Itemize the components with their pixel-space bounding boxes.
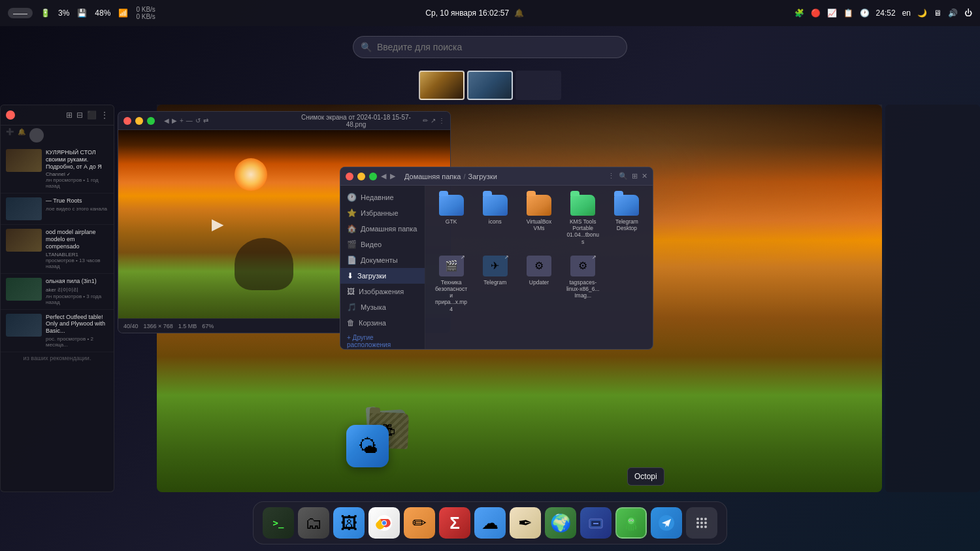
breadcrumb-folder[interactable]: Загрузки bbox=[468, 173, 497, 180]
folder-icon-kms bbox=[570, 195, 595, 216]
dock-item-apps[interactable] bbox=[686, 507, 717, 539]
list-item[interactable]: ood model airplane modelo em compensado … bbox=[1, 225, 114, 273]
status-zoom: 40/40 bbox=[123, 323, 139, 329]
fm-sidebar-docs[interactable]: 📄 Документы bbox=[340, 252, 425, 268]
sidebar-label-trash: Корзина bbox=[359, 319, 386, 327]
dock-item-virtualbox[interactable] bbox=[580, 507, 612, 539]
svg-point-17 bbox=[696, 518, 699, 520]
dock-item-softmaker[interactable]: ☁ bbox=[474, 507, 506, 539]
thumbnail-1[interactable] bbox=[419, 71, 465, 100]
dock-item-math[interactable]: Σ bbox=[439, 507, 470, 539]
fm-close-button[interactable] bbox=[346, 173, 353, 180]
dock-item-files[interactable]: 🗂 bbox=[298, 507, 329, 539]
list-item[interactable]: КУЛЯРНЫЙ СТОЛ своими руками. Подробно, о… bbox=[1, 145, 114, 193]
panel-icon-2[interactable]: ⊟ bbox=[76, 110, 83, 120]
marker-icon[interactable]: 🔴 bbox=[811, 8, 821, 18]
tool-more[interactable]: ⋮ bbox=[438, 117, 445, 124]
yt-thumbnail bbox=[6, 197, 42, 220]
panel-add-icon[interactable]: ➕ bbox=[6, 128, 14, 142]
lang-label[interactable]: en bbox=[902, 8, 911, 18]
breadcrumb-home[interactable]: Домашняя папка bbox=[404, 173, 461, 180]
fm-view-icon[interactable]: ⊞ bbox=[632, 172, 638, 180]
panel-bell-icon[interactable]: 🔔 bbox=[18, 128, 25, 142]
monitor-icon[interactable]: 🖥 bbox=[934, 8, 941, 18]
svg-point-14 bbox=[629, 520, 630, 521]
fm-menu-icon[interactable]: ⋮ bbox=[608, 172, 615, 180]
list-item[interactable]: ольная пила (3in1) aker 리이이리 лн просмотр… bbox=[1, 274, 114, 310]
dock-item-studio[interactable]: ✏ bbox=[404, 507, 435, 539]
fm-label-tagspaces: tagspaces-linux-x86_6... Imag... bbox=[566, 279, 600, 299]
window-minimize-button[interactable] bbox=[135, 117, 143, 125]
fm-item-kms[interactable]: KMS Tools Portable 01.04...tbonus bbox=[564, 192, 602, 248]
fm-sidebar-images[interactable]: 🖼 Изображения bbox=[340, 284, 425, 299]
dock-item-terminal[interactable]: >_ bbox=[263, 507, 294, 539]
panel-icon-1[interactable]: ⊞ bbox=[66, 110, 73, 120]
tool-zoom-in[interactable]: + bbox=[180, 117, 184, 124]
thumbnail-2[interactable] bbox=[467, 71, 513, 100]
fm-close-x[interactable]: ✕ bbox=[642, 172, 647, 180]
fm-add-location[interactable]: + Другие расположения bbox=[340, 331, 425, 349]
puzzle-icon[interactable]: 🧩 bbox=[794, 8, 804, 18]
fm-item-telegram-file[interactable]: ✈ ↗ Telegram bbox=[476, 253, 514, 315]
power-icon[interactable]: ⏻ bbox=[964, 8, 972, 18]
dock-item-photos[interactable]: 🖼 bbox=[333, 507, 365, 539]
fm-item-icons[interactable]: icons bbox=[476, 192, 514, 248]
tool-edit[interactable]: ✏ bbox=[423, 117, 428, 124]
fm-minimize-button[interactable] bbox=[357, 173, 365, 180]
fm-forward[interactable]: ▶ bbox=[390, 172, 395, 180]
window-close-button[interactable] bbox=[123, 117, 131, 125]
network-icon: 📶 bbox=[118, 8, 128, 18]
fm-item-telegram-desktop[interactable]: Telegram Desktop bbox=[608, 192, 646, 248]
speed-icon[interactable]: 📈 bbox=[827, 8, 837, 18]
panel-avatar[interactable] bbox=[29, 128, 44, 142]
yt-meta: лое видео с этого канала bbox=[46, 206, 108, 212]
marble-icon: 🌍 bbox=[550, 513, 571, 533]
fm-sidebar-video[interactable]: 🎬 Видео bbox=[340, 237, 425, 252]
fm-label-kms: KMS Tools Portable 01.04...tbonus bbox=[566, 218, 600, 245]
tool-flip[interactable]: ⇄ bbox=[203, 117, 208, 124]
panel-icon-3[interactable]: ⬛ bbox=[87, 110, 97, 120]
moon-icon[interactable]: 🌙 bbox=[917, 8, 927, 18]
badge-arrow-tg: ↗ bbox=[504, 254, 509, 260]
tool-zoom-out[interactable]: — bbox=[186, 117, 193, 124]
clipboard-icon[interactable]: 📋 bbox=[843, 8, 853, 18]
fm-item-video[interactable]: 🎬 ↗ Техника безопасности прира...х.mp4 bbox=[432, 253, 470, 315]
dock-item-chrome[interactable] bbox=[368, 507, 400, 539]
window-maximize-button[interactable] bbox=[147, 117, 155, 125]
dock-item-telegram[interactable] bbox=[651, 507, 682, 539]
tool-forward[interactable]: ▶ bbox=[172, 117, 177, 124]
tool-back[interactable]: ◀ bbox=[164, 117, 169, 124]
list-item[interactable]: — True Roots лое видео с этого канала bbox=[1, 193, 114, 225]
search-input[interactable] bbox=[353, 36, 627, 58]
dock-item-xjournal[interactable]: ✒ bbox=[510, 507, 541, 539]
svg-point-21 bbox=[700, 522, 703, 524]
volume-icon[interactable]: 🔊 bbox=[948, 8, 958, 18]
fm-maximize-button[interactable] bbox=[369, 173, 377, 180]
tool-rotate[interactable]: ↺ bbox=[195, 117, 201, 124]
fm-item-tagspaces[interactable]: ⚙ ↗ tagspaces-linux-x86_6... Imag... bbox=[564, 253, 602, 315]
fm-item-vbox-vms[interactable]: VirtualBox VMs bbox=[519, 192, 558, 248]
fm-item-updater[interactable]: ⚙ Updater bbox=[519, 253, 558, 315]
fm-item-gtk[interactable]: GTK bbox=[432, 192, 470, 248]
video-icon: 🎬 bbox=[347, 240, 357, 249]
weather-app-icon[interactable]: 🌤 bbox=[346, 425, 389, 467]
fm-back[interactable]: ◀ bbox=[381, 172, 386, 180]
play-button[interactable]: ▶ bbox=[212, 215, 223, 233]
tool-share[interactable]: ↗ bbox=[431, 117, 436, 124]
fm-sidebar-trash[interactable]: 🗑 Корзина bbox=[340, 315, 425, 331]
fm-sidebar-recent[interactable]: 🕐 Недавние bbox=[340, 190, 425, 205]
panel-icon-4[interactable]: ⋮ bbox=[101, 110, 108, 120]
fm-sidebar-home[interactable]: 🏠 Домашняя папка bbox=[340, 221, 425, 237]
dock-item-marble[interactable]: 🌍 bbox=[545, 507, 576, 539]
fm-sidebar-downloads[interactable]: ⬇ Загрузки bbox=[340, 268, 425, 284]
battery-icon: 🔋 bbox=[41, 8, 50, 18]
fm-sidebar-starred[interactable]: ⭐ Избранные bbox=[340, 205, 425, 221]
list-item[interactable]: Perfect Outfeed table! Only and Plywood … bbox=[1, 310, 114, 352]
close-button[interactable] bbox=[6, 110, 15, 120]
fm-search-icon[interactable]: 🔍 bbox=[619, 172, 628, 180]
octopi-icon bbox=[622, 514, 640, 532]
chrome-icon bbox=[375, 514, 393, 532]
dock-item-octopi[interactable] bbox=[615, 507, 647, 539]
fm-sidebar-music[interactable]: 🎵 Музыка bbox=[340, 299, 425, 315]
thumbnail-3[interactable] bbox=[515, 71, 561, 100]
